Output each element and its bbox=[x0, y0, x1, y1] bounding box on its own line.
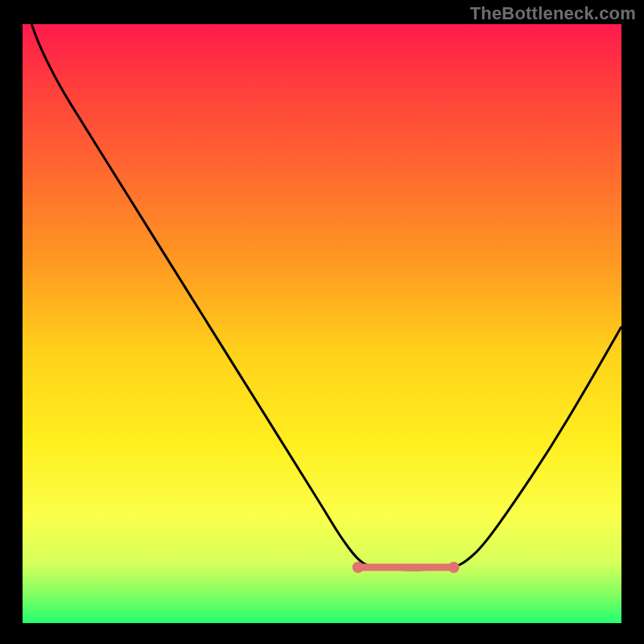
watermark-text: TheBottleneck.com bbox=[470, 3, 636, 24]
bottleneck-chart bbox=[0, 0, 644, 644]
plot-background bbox=[23, 24, 621, 623]
optimal-band-start-cap bbox=[353, 562, 364, 573]
chart-container: TheBottleneck.com bbox=[0, 0, 644, 644]
optimal-band-end-cap bbox=[448, 562, 460, 573]
